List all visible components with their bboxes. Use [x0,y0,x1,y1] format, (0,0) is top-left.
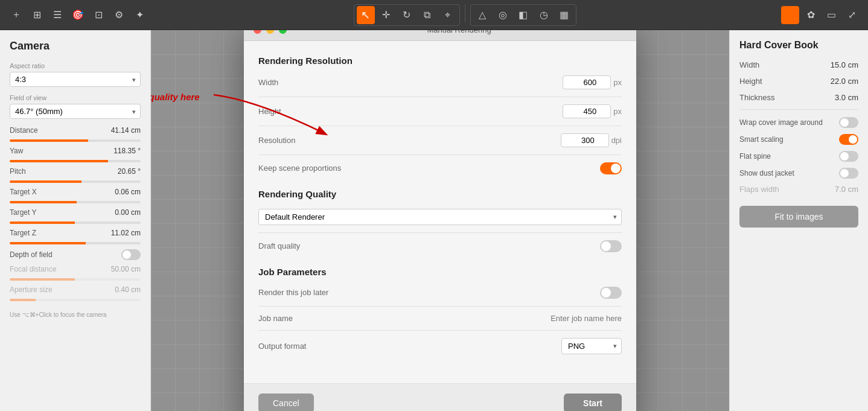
slider-track-0[interactable] [10,139,141,142]
move-icon[interactable]: ✛ [377,6,395,24]
width-input[interactable] [563,75,611,89]
toggle-0[interactable] [839,117,858,128]
focal-distance-slider[interactable] [10,278,141,281]
renderer-wrapper: Default Renderer [258,209,622,225]
rendering-quality-title: Rendering Quality [258,189,622,199]
traffic-green[interactable] [279,30,287,34]
render-later-toggle[interactable] [600,287,622,299]
compass-icon[interactable]: ✿ [802,6,820,24]
flaps-value: 7.0 cm [835,185,858,194]
expand-icon[interactable]: ⤢ [843,6,861,24]
rendering-quality-section: Rendering Quality Default Renderer Draft… [258,189,622,252]
aperture-slider[interactable] [10,299,141,301]
start-button[interactable]: Start [564,393,622,412]
settings-icon[interactable]: ⚙ [110,6,128,24]
slider-track-3[interactable] [10,201,141,203]
panel-icon[interactable]: ▭ [822,6,840,24]
width-unit: px [613,78,622,87]
aspect-ratio-select[interactable]: 4:3 16:9 1:1 [10,72,141,87]
cursor-icon[interactable]: ↖ [357,6,375,24]
depth-of-field-toggle[interactable] [121,249,141,260]
duplicate-icon[interactable]: ⧉ [418,6,436,24]
renderer-select[interactable]: Default Renderer [258,209,622,225]
target-icon[interactable]: 🎯 [69,6,87,24]
keep-proportions-label: Keep scene proportions [258,164,600,173]
crop-icon[interactable]: ⊡ [89,6,107,24]
draft-quality-toggle[interactable] [600,240,622,252]
slider-label-4: Target Y [10,208,36,217]
toggle-row-3: Show dust jacket [739,168,858,179]
slider-track-5[interactable] [10,242,141,244]
annotation-quality: Set quality here [151,92,200,103]
aperture-size-row: Aperture size 0.40 cm [10,285,141,294]
aspect-ratio-wrapper: 4:3 16:9 1:1 [10,72,141,87]
job-parameters-title: Job Parameters [258,267,622,277]
camera-mode-icon[interactable]: ◎ [494,6,512,24]
fit-to-images-button[interactable]: Fit to images [739,206,858,228]
height-input[interactable] [563,104,611,118]
width-row: Width px [258,75,622,97]
modal-container: Enter resolution here Set quality here [244,30,636,411]
traffic-red[interactable] [254,30,261,34]
sun-icon[interactable]: ✦ [130,6,148,24]
toggle-3[interactable] [839,168,858,179]
slider-track-2[interactable] [10,180,141,183]
prop-row-1: Height22.0 cm [739,77,858,86]
slider-container-5[interactable] [10,242,141,244]
slider-container-2[interactable] [10,180,141,183]
job-name-input[interactable] [501,314,622,323]
slider-container-4[interactable] [10,221,141,224]
left-sidebar: Camera Aspect ratio 4:3 16:9 1:1 Field o… [0,30,151,411]
sidebar-title: Camera [10,40,141,53]
rotate-icon[interactable]: ↻ [398,6,416,24]
fov-section: Field of view 46.7° (50mm) [10,94,141,119]
clock-mode-icon[interactable]: ◷ [535,6,553,24]
height-label: Height [258,107,563,116]
toggle-label-1: Smart scaling [739,135,783,144]
slider-container-1[interactable] [10,160,141,162]
right-toggles-container: Wrap cover image aroundSmart scalingFlat… [739,117,858,179]
right-props-container: Width15.0 cmHeight22.0 cmThickness3.0 cm [739,60,858,102]
connect-icon[interactable]: ⌖ [439,6,457,24]
slider-label-5: Target Z [10,229,36,237]
slider-label-3: Target X [10,188,37,196]
fov-select[interactable]: 46.7° (50mm) [10,104,141,119]
traffic-yellow[interactable] [266,30,274,34]
film-mode-icon[interactable]: ▦ [555,6,573,24]
toggle-label-3: Show dust jacket [739,169,794,177]
box-icon[interactable]: ⬡ [781,6,799,24]
material-mode-icon[interactable]: ◧ [514,6,532,24]
grid-icon[interactable]: ⊞ [28,6,46,24]
right-sidebar: Hard Cover Book Width15.0 cmHeight22.0 c… [729,30,868,411]
fov-label: Field of view [10,94,141,101]
slider-track-4[interactable] [10,221,141,224]
output-format-row: Output format PNG JPEG TIFF [258,338,622,354]
draft-quality-row: Draft quality [258,240,622,252]
toolbar: ＋ ⊞ ☰ 🎯 ⊡ ⚙ ✦ ↖ ✛ ↻ ⧉ ⌖ △ ◎ ◧ ◷ ▦ ⬡ ✿ ▭ … [0,0,868,30]
menu-icon[interactable]: ☰ [48,6,66,24]
height-row: Height px [258,104,622,126]
slider-row-2: Pitch20.65 ° [10,167,141,176]
toggle-1[interactable] [839,134,858,145]
toggle-2[interactable] [839,151,858,162]
divider [739,109,858,110]
annotation-quality-text: Set quality here [151,92,200,102]
toggle-label-0: Wrap cover image around [739,118,823,127]
slider-value-3: 0.06 cm [115,188,141,196]
aperture-label: Aperture size [10,285,53,294]
cancel-button[interactable]: Cancel [258,393,314,412]
add-icon[interactable]: ＋ [7,6,25,24]
resolution-input[interactable] [561,133,609,147]
slider-track-1[interactable] [10,160,141,162]
prop-value-1: 22.0 cm [831,77,858,86]
object-mode-icon[interactable]: △ [473,6,491,24]
focal-distance-label: Focal distance [10,265,56,273]
resolution-row: Resolution dpi [258,133,622,155]
output-format-select[interactable]: PNG JPEG TIFF [561,338,622,354]
slider-container-3[interactable] [10,201,141,203]
fov-wrapper: 46.7° (50mm) [10,104,141,119]
slider-value-4: 0.00 cm [115,208,141,217]
prop-row-2: Thickness3.0 cm [739,93,858,102]
slider-container-0[interactable] [10,139,141,142]
keep-proportions-toggle[interactable] [600,162,622,174]
